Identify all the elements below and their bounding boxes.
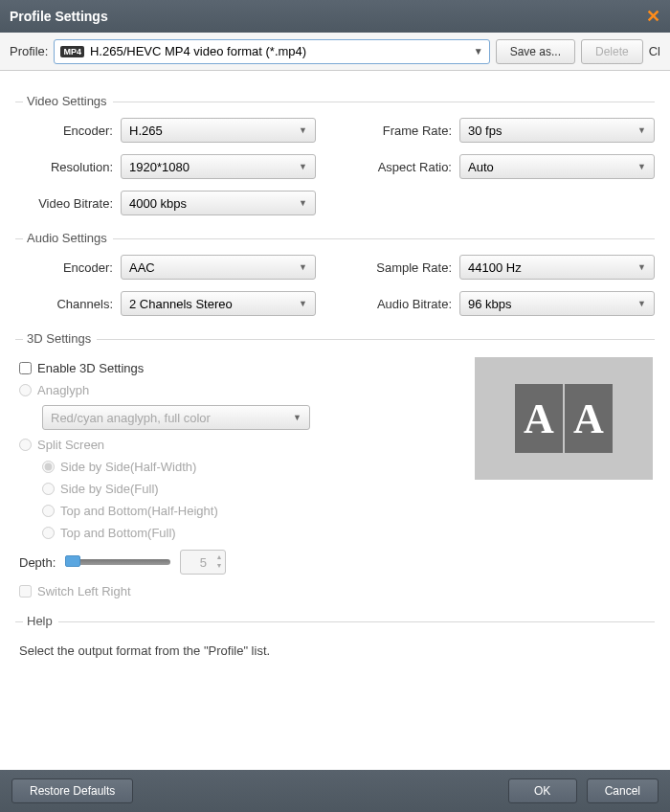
audio-settings-section: Audio Settings Encoder: AAC▼ Sample Rate… <box>15 229 655 316</box>
switch-lr-label: Switch Left Right <box>37 584 131 598</box>
audio-encoder-select[interactable]: AAC▼ <box>121 255 316 280</box>
aspect-ratio-label: Aspect Ratio: <box>354 160 459 174</box>
anaglyph-radio <box>19 384 32 396</box>
chevron-down-icon: ▼ <box>299 125 307 135</box>
video-bitrate-label: Video Bitrate: <box>15 196 121 211</box>
chevron-down-icon: ▼ <box>299 198 307 208</box>
help-section: Help Select the output format from the "… <box>15 612 655 664</box>
chevron-down-icon: ▼ <box>637 262 646 272</box>
audio-encoder-label: Encoder: <box>15 260 121 275</box>
sbs-full-radio <box>42 483 55 495</box>
help-title: Help <box>23 614 58 628</box>
tb-half-radio <box>42 505 55 517</box>
depth-slider[interactable] <box>65 559 170 565</box>
preview-tile-right: A <box>565 384 613 453</box>
frame-rate-label: Frame Rate: <box>354 124 459 138</box>
chevron-down-icon: ▼ <box>299 299 307 308</box>
3d-settings-title: 3D Settings <box>23 331 97 346</box>
chevron-down-icon: ▼ <box>474 46 483 56</box>
anaglyph-label: Anaglyph <box>37 383 89 397</box>
channels-label: Channels: <box>15 297 121 311</box>
mp4-icon: MP4 <box>60 46 84 57</box>
save-as-button[interactable]: Save as... <box>496 39 575 64</box>
profile-label: Profile: <box>10 44 48 58</box>
toolbar: Profile: MP4 H.265/HEVC MP4 video format… <box>0 33 670 71</box>
resolution-label: Resolution: <box>15 160 121 174</box>
chevron-down-icon: ▼ <box>299 262 307 272</box>
audio-settings-title: Audio Settings <box>23 231 113 245</box>
chevron-down-icon: ▼ <box>215 561 222 570</box>
sbs-full-label: Side by Side(Full) <box>60 482 159 496</box>
switch-lr-checkbox <box>19 585 32 598</box>
sbs-half-label: Side by Side(Half-Width) <box>60 460 196 474</box>
depth-label: Depth: <box>19 555 56 570</box>
tb-full-label: Top and Bottom(Full) <box>60 526 176 540</box>
anaglyph-type-select: Red/cyan anaglyph, full color▼ <box>42 405 310 430</box>
sbs-half-radio <box>42 461 55 473</box>
enable-3d-checkbox[interactable] <box>19 362 32 374</box>
video-encoder-label: Encoder: <box>15 124 121 138</box>
cancel-button[interactable]: Cancel <box>587 778 659 803</box>
restore-defaults-button[interactable]: Restore Defaults <box>11 778 133 803</box>
aspect-ratio-select[interactable]: Auto▼ <box>459 154 655 179</box>
profile-select[interactable]: MP4 H.265/HEVC MP4 video format (*.mp4) … <box>54 39 489 64</box>
frame-rate-select[interactable]: 30 fps▼ <box>459 118 655 143</box>
chevron-down-icon: ▼ <box>299 162 307 171</box>
channels-select[interactable]: 2 Channels Stereo▼ <box>121 291 316 316</box>
close-icon[interactable]: ✕ <box>646 6 660 27</box>
tb-half-label: Top and Bottom(Half-Height) <box>60 504 218 518</box>
truncated-button[interactable]: Cl <box>649 44 660 58</box>
chevron-down-icon: ▼ <box>637 125 646 135</box>
chevron-down-icon: ▼ <box>293 413 302 422</box>
3d-preview: A A <box>475 357 653 480</box>
help-text: Select the output format from the "Profi… <box>15 638 655 664</box>
split-screen-radio <box>19 439 32 451</box>
video-settings-title: Video Settings <box>23 94 113 108</box>
split-screen-label: Split Screen <box>37 438 104 452</box>
audio-bitrate-select[interactable]: 96 kbps▼ <box>459 291 655 316</box>
sample-rate-select[interactable]: 44100 Hz▼ <box>459 255 655 280</box>
audio-bitrate-label: Audio Bitrate: <box>354 297 459 311</box>
enable-3d-label: Enable 3D Settings <box>37 361 144 375</box>
3d-settings-section: 3D Settings A A Enable 3D Settings Anagl… <box>15 329 655 598</box>
footer: Restore Defaults OK Cancel <box>0 770 670 812</box>
depth-spinner: 5 ▲▼ <box>180 550 226 575</box>
sample-rate-label: Sample Rate: <box>354 260 459 275</box>
chevron-up-icon: ▲ <box>215 553 222 561</box>
titlebar: Profile Settings ✕ <box>0 0 670 33</box>
slider-thumb[interactable] <box>65 555 80 567</box>
video-settings-section: Video Settings Encoder: H.265▼ Frame Rat… <box>15 92 655 215</box>
video-bitrate-select[interactable]: 4000 kbps▼ <box>121 191 316 215</box>
preview-tile-left: A <box>515 384 563 453</box>
delete-button: Delete <box>581 39 643 64</box>
profile-value: H.265/HEVC MP4 video format (*.mp4) <box>90 44 306 58</box>
window-title: Profile Settings <box>10 9 108 24</box>
chevron-down-icon: ▼ <box>637 162 646 171</box>
video-encoder-select[interactable]: H.265▼ <box>121 118 316 143</box>
ok-button[interactable]: OK <box>508 778 577 803</box>
chevron-down-icon: ▼ <box>637 299 646 308</box>
resolution-select[interactable]: 1920*1080▼ <box>121 154 316 179</box>
tb-full-radio <box>42 527 55 539</box>
